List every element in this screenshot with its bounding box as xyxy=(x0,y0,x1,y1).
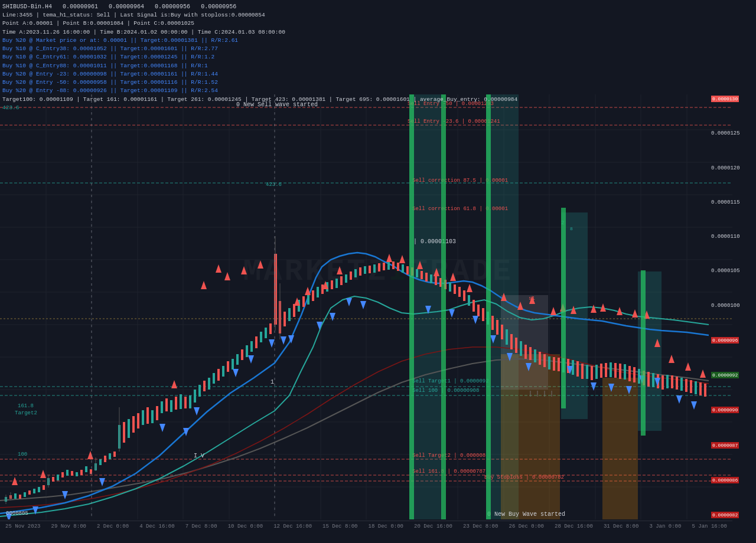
time-axis: 25 Nov 2023 29 Nov 8:00 2 Dec 0:00 4 Dec… xyxy=(0,521,732,531)
svg-text:161.8: 161.8 xyxy=(18,403,34,409)
svg-rect-93 xyxy=(217,369,220,381)
svg-rect-90 xyxy=(203,381,206,391)
time-label-2: 2 Dec 0:00 xyxy=(97,524,129,529)
svg-rect-150 xyxy=(477,305,480,316)
svg-rect-121 xyxy=(340,276,343,285)
svg-text:1: 1 xyxy=(271,379,274,385)
svg-rect-82 xyxy=(165,398,168,411)
line-info: Line:3455 | tema_h1_status: Sell | Last … xyxy=(2,11,517,19)
svg-rect-97 xyxy=(236,354,239,365)
svg-marker-247 xyxy=(346,298,352,306)
svg-rect-151 xyxy=(482,308,484,321)
svg-rect-194 xyxy=(685,379,687,392)
time-label-15: 5 Jan 16:00 xyxy=(692,524,726,529)
svg-rect-101 xyxy=(255,336,258,348)
svg-rect-85 xyxy=(180,394,182,409)
svg-rect-148 xyxy=(468,295,470,306)
svg-marker-236 xyxy=(99,478,105,486)
svg-rect-96 xyxy=(232,359,234,369)
svg-rect-73 xyxy=(123,422,125,443)
svg-rect-155 xyxy=(501,325,503,339)
svg-rect-110 xyxy=(288,308,291,321)
svg-rect-100 xyxy=(250,341,253,352)
svg-rect-87 xyxy=(189,395,191,408)
svg-rect-127 xyxy=(369,266,371,273)
time-label-4: 7 Dec 8:00 xyxy=(185,524,217,529)
svg-rect-162 xyxy=(534,349,536,362)
time-label-14: 3 Jan 0:00 xyxy=(649,524,681,529)
svg-text:| 0.00001103: | 0.00001103 xyxy=(413,238,456,245)
svg-rect-161 xyxy=(529,347,532,360)
symbol-line: SHIBUSD-Bin.H4 0.00000961 0.00000964 0.0… xyxy=(2,2,517,11)
svg-text:100: 100 xyxy=(18,452,27,457)
svg-rect-126 xyxy=(364,266,366,274)
buy-10-88: Buy %10 @ C_Entry88: 0.00001011 || Targe… xyxy=(2,62,517,70)
svg-marker-242 xyxy=(269,339,275,348)
svg-rect-167 xyxy=(558,358,560,371)
svg-rect-183 xyxy=(633,367,636,382)
svg-rect-179 xyxy=(614,363,617,378)
svg-rect-113 xyxy=(302,296,305,307)
chart-container: MARKETZITRADE SHIBUSD-Bin.H4 0.00000961 … xyxy=(0,0,756,543)
svg-rect-59 xyxy=(66,470,69,476)
svg-rect-176 xyxy=(600,364,602,378)
svg-rect-77 xyxy=(142,410,144,425)
svg-marker-262 xyxy=(691,401,697,410)
svg-marker-206 xyxy=(241,266,247,274)
svg-rect-95 xyxy=(227,361,229,372)
svg-rect-111 xyxy=(293,304,295,317)
svg-rect-159 xyxy=(520,341,522,356)
svg-rect-171 xyxy=(576,361,579,377)
time-label-7: 15 Dec 8:00 xyxy=(322,524,357,529)
svg-text:0000805: 0000805 xyxy=(6,511,28,516)
svg-rect-123 xyxy=(350,272,352,280)
svg-rect-141 xyxy=(435,276,437,285)
svg-marker-211 xyxy=(337,266,343,274)
svg-rect-75 xyxy=(132,416,135,433)
svg-marker-201 xyxy=(87,451,93,459)
svg-rect-48 xyxy=(19,495,21,499)
svg-text:I V: I V xyxy=(194,453,204,459)
svg-text:Sell Target1 | 0.0000092: Sell Target1 | 0.0000092 xyxy=(412,378,489,384)
svg-marker-202 xyxy=(171,380,177,388)
svg-rect-165 xyxy=(548,356,550,369)
svg-marker-243 xyxy=(281,336,286,345)
buy-10-61: Buy %10 @ C_Entry61: 0.00001032 || Targe… xyxy=(2,53,517,61)
svg-rect-132 xyxy=(392,261,395,269)
price4: 0.00000956 xyxy=(201,4,236,10)
svg-rect-137 xyxy=(416,269,418,277)
svg-text:s1: s1 xyxy=(529,296,535,302)
svg-rect-187 xyxy=(652,373,654,387)
svg-rect-61 xyxy=(76,472,78,476)
svg-rect-98 xyxy=(241,349,243,360)
svg-rect-69 xyxy=(109,453,111,459)
svg-rect-154 xyxy=(496,320,498,335)
svg-rect-50 xyxy=(28,490,31,495)
svg-rect-67 xyxy=(99,459,102,465)
svg-rect-191 xyxy=(671,375,673,388)
svg-rect-173 xyxy=(586,365,588,379)
svg-text:423.6: 423.6 xyxy=(266,182,282,188)
svg-rect-116 xyxy=(317,287,319,297)
svg-rect-131 xyxy=(387,262,390,270)
svg-rect-76 xyxy=(137,413,139,428)
svg-rect-186 xyxy=(647,372,650,387)
svg-rect-153 xyxy=(491,316,494,330)
buy-market: Buy %20 @ Market price or at: 0.00001 ||… xyxy=(2,37,517,45)
svg-rect-125 xyxy=(359,267,361,276)
svg-text:Sell correction 61.8 | 0.00001: Sell correction 61.8 | 0.00001 xyxy=(412,206,508,212)
time-label-13: 31 Dec 8:00 xyxy=(604,524,638,529)
svg-rect-175 xyxy=(595,365,598,379)
buy-10-38: Buy %10 @ C_Entry38: 0.00001052 || Targe… xyxy=(2,45,517,53)
svg-rect-156 xyxy=(506,329,508,345)
svg-rect-60 xyxy=(71,471,73,476)
svg-rect-104 xyxy=(269,323,272,334)
svg-marker-251 xyxy=(472,316,478,324)
time-label-10: 23 Dec 8:00 xyxy=(463,524,498,529)
svg-rect-53 xyxy=(43,485,45,490)
svg-rect-149 xyxy=(472,300,475,312)
time-label-9: 20 Dec 16:00 xyxy=(414,524,452,529)
svg-text:Sell 161.8 | 0.00000787: Sell 161.8 | 0.00000787 xyxy=(412,469,485,475)
svg-rect-145 xyxy=(454,284,456,294)
svg-marker-227 xyxy=(632,309,638,318)
